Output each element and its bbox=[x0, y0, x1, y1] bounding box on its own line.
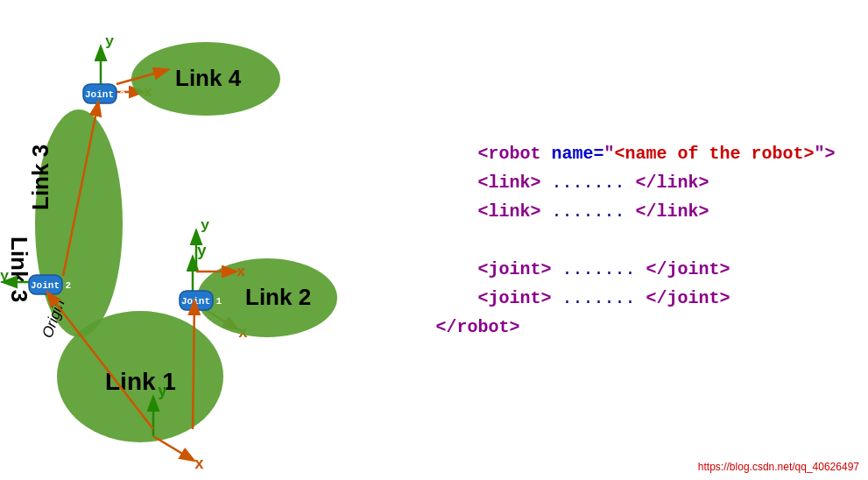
code-panel: <robot name="<name of the robot>"> <link… bbox=[403, 0, 868, 480]
svg-text:y: y bbox=[105, 33, 114, 50]
svg-text:Link 4: Link 4 bbox=[175, 65, 242, 91]
svg-text:Joint 3: Joint 3 bbox=[85, 89, 126, 100]
svg-text:Link 2: Link 2 bbox=[245, 284, 311, 310]
svg-text:y: y bbox=[197, 243, 207, 260]
watermark: https://blog.csdn.net/qq_40626497 bbox=[698, 461, 859, 473]
svg-line-8 bbox=[153, 436, 193, 460]
svg-point-16 bbox=[35, 109, 123, 337]
svg-text:x: x bbox=[236, 264, 245, 280]
svg-text:y: y bbox=[158, 383, 167, 400]
svg-text:Link 3: Link 3 bbox=[6, 236, 32, 302]
svg-text:y: y bbox=[0, 268, 9, 285]
svg-text:Link 3: Link 3 bbox=[27, 145, 53, 210]
xml-code-block: <robot name="<name of the robot>"> <link… bbox=[435, 110, 835, 371]
svg-text:Joint 2: Joint 2 bbox=[31, 280, 71, 291]
svg-text:y: y bbox=[201, 217, 209, 234]
robot-diagram: Link 1 y x y x Link 2 y x Link 3 Link 3 … bbox=[0, 0, 403, 480]
code-line-1: <robot name="<name of the robot>"> <link… bbox=[435, 144, 835, 337]
svg-text:Joint 1: Joint 1 bbox=[181, 296, 222, 307]
svg-text:x: x bbox=[194, 455, 204, 473]
